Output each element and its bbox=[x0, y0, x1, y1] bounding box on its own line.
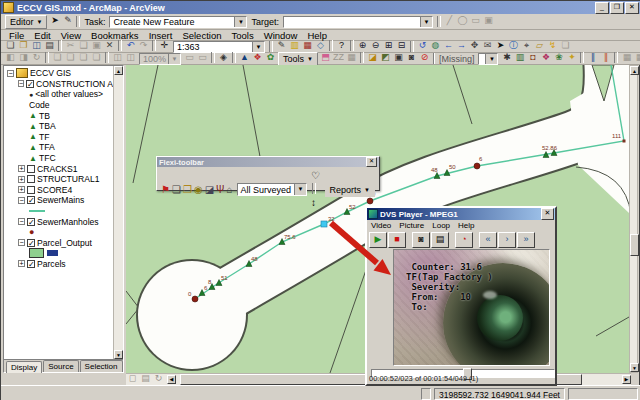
manhole-tool-icon[interactable]: Ψ bbox=[215, 183, 225, 196]
map-marker-manhole-0[interactable] bbox=[192, 296, 198, 302]
save-icon[interactable]: ◫ bbox=[31, 40, 43, 51]
target-combo[interactable]: ▼ bbox=[283, 16, 433, 28]
layout-icon[interactable]: ❏ bbox=[52, 52, 64, 63]
scroll-left-icon[interactable]: ◀ bbox=[167, 375, 176, 384]
collapse-icon[interactable]: − bbox=[18, 239, 25, 246]
rotate-tool-icon[interactable]: ◯ bbox=[457, 15, 469, 26]
survey-icon[interactable]: ⬒ bbox=[319, 52, 331, 63]
arctoolbox-icon[interactable]: ▦ bbox=[302, 40, 314, 51]
missing-combo[interactable]: ▼ bbox=[478, 53, 498, 65]
table-grid-icon[interactable]: ▦ bbox=[621, 52, 633, 63]
toc-item-structural1[interactable]: +STRUCTURAL1 bbox=[5, 174, 113, 185]
layer-checkbox[interactable]: ✓ bbox=[27, 260, 35, 268]
lock-icon[interactable]: ◈ bbox=[218, 52, 230, 63]
toc-item-eccv-gis[interactable]: −ECCV GIS bbox=[5, 68, 113, 79]
new-map-icon[interactable]: ❏ bbox=[5, 40, 17, 51]
layer-checkbox[interactable]: ✓ bbox=[26, 80, 34, 88]
video2-icon[interactable]: ◙ bbox=[405, 52, 417, 63]
timer-button[interactable]: ◔ bbox=[455, 232, 473, 248]
label-manager-icon[interactable]: ✿ bbox=[265, 52, 277, 63]
edit-arrow-icon[interactable]: ➤ bbox=[49, 15, 61, 26]
swap-icon[interactable]: ❖ bbox=[540, 52, 552, 63]
menu-insert[interactable]: Insert bbox=[144, 30, 178, 41]
layer-checkbox[interactable]: ✓ bbox=[27, 218, 35, 226]
chart-icon[interactable]: ▥ bbox=[514, 52, 526, 63]
layout-icon[interactable]: ❏ bbox=[65, 52, 77, 63]
cloud-icon[interactable]: ♡ bbox=[310, 169, 321, 182]
stop-button[interactable]: ■ bbox=[388, 232, 406, 248]
chart-icon[interactable]: ◪ bbox=[204, 183, 215, 196]
menu-loop[interactable]: Loop bbox=[428, 221, 454, 230]
scrollbar-thumb[interactable] bbox=[630, 234, 639, 256]
camera2-icon[interactable]: ◩ bbox=[379, 52, 391, 63]
data-view-button[interactable]: ◻ bbox=[127, 373, 139, 384]
layer-checkbox[interactable]: ✓ bbox=[27, 239, 35, 247]
capture-frame-button[interactable]: ◙ bbox=[412, 232, 430, 248]
menu-tools[interactable]: Tools bbox=[226, 30, 258, 41]
toc-item[interactable] bbox=[5, 206, 113, 217]
menu-video[interactable]: Video bbox=[367, 221, 395, 230]
new-survey-icon[interactable]: ❏ bbox=[171, 183, 182, 196]
menu-bookmarks[interactable]: Bookmarks bbox=[86, 30, 144, 41]
label-tool-icon[interactable]: ▲ bbox=[239, 52, 251, 63]
target-icon[interactable]: ◉ bbox=[193, 183, 204, 196]
scroll-up-icon[interactable]: ▲ bbox=[630, 66, 639, 75]
scroll-right-icon[interactable]: ▶ bbox=[622, 375, 631, 384]
dvs-title-bar[interactable]: DVS Player - MPEG1 ✕ bbox=[367, 208, 555, 220]
layout-icon[interactable]: ❏ bbox=[78, 52, 90, 63]
no-edit-icon[interactable]: ⊘ bbox=[418, 52, 430, 63]
paste-icon[interactable]: ▣ bbox=[91, 40, 103, 51]
toc-tab-selection[interactable]: Selection bbox=[80, 360, 123, 372]
table-grid-icon[interactable]: ▦ bbox=[634, 52, 640, 63]
sketch-tool-icon[interactable]: ╱ bbox=[444, 15, 456, 26]
redo-icon[interactable]: ↷ bbox=[138, 40, 150, 51]
scroll-down-icon[interactable]: ▼ bbox=[114, 350, 123, 359]
tools-menu-button[interactable]: Tools▼ bbox=[278, 52, 318, 66]
collapse-icon[interactable]: − bbox=[18, 80, 24, 87]
toc-tab-display[interactable]: Display bbox=[6, 361, 42, 373]
previous-extent-icon[interactable]: ← bbox=[443, 40, 455, 51]
info-icon[interactable]: ↕ bbox=[310, 196, 317, 209]
camera-icon[interactable]: ◪ bbox=[366, 52, 378, 63]
person-icon[interactable]: ✱ bbox=[501, 52, 513, 63]
html-popup-icon[interactable]: ❏ bbox=[560, 40, 572, 51]
add-data-icon[interactable]: ✛ bbox=[159, 40, 171, 51]
layer-checkbox[interactable] bbox=[27, 165, 35, 173]
menu-help[interactable]: Help bbox=[454, 221, 478, 230]
select-features-icon[interactable]: ✉ bbox=[482, 40, 494, 51]
flag-icon[interactable]: ⚑ bbox=[160, 183, 171, 196]
open-icon[interactable]: ❐ bbox=[18, 40, 30, 51]
task-combo[interactable]: Create New Feature▼ bbox=[109, 16, 247, 28]
flexi-title-bar[interactable]: Flexi-toolbar ✕ bbox=[157, 157, 379, 167]
zoom-out-icon[interactable]: ⊖ bbox=[370, 40, 382, 51]
toc-item[interactable] bbox=[5, 248, 113, 259]
expand-icon[interactable]: + bbox=[18, 165, 25, 172]
forward-button[interactable]: » bbox=[517, 232, 535, 248]
building-icon[interactable]: ⌂ bbox=[225, 183, 233, 196]
minimize-button[interactable]: _ bbox=[595, 2, 609, 14]
collapse-icon[interactable]: − bbox=[7, 70, 14, 77]
layer-checkbox[interactable]: ✓ bbox=[27, 196, 35, 204]
toc-tab-source[interactable]: Source bbox=[43, 360, 78, 372]
flower-icon[interactable]: ❀ bbox=[553, 52, 565, 63]
expand-icon[interactable]: + bbox=[18, 176, 25, 183]
pan-icon[interactable]: ✥ bbox=[469, 40, 481, 51]
zz-icon[interactable]: ZZ bbox=[332, 52, 344, 63]
toc-item-tfa[interactable]: ▲TFA bbox=[5, 142, 113, 153]
fixed-zoom-out-icon[interactable]: ⊟ bbox=[396, 40, 408, 51]
toc-item-tb[interactable]: ▲TB bbox=[5, 110, 113, 121]
arccatalog-icon[interactable]: ▥ bbox=[289, 40, 301, 51]
map-marker-end-111[interactable] bbox=[623, 140, 626, 143]
layout-icon[interactable]: ❏ bbox=[91, 52, 103, 63]
restore-button[interactable]: ❐ bbox=[610, 2, 624, 14]
close-button[interactable]: ✕ bbox=[625, 2, 639, 14]
attributes-icon[interactable]: ▭ bbox=[470, 15, 482, 26]
menu-edit[interactable]: Edit bbox=[29, 30, 55, 41]
editor-toolbar-icon[interactable]: ✎ bbox=[276, 40, 288, 51]
reports-menu-button[interactable]: Reports▼ bbox=[325, 182, 375, 197]
expand-icon[interactable]: + bbox=[18, 260, 25, 267]
fixed-zoom-in-icon[interactable]: ⊞ bbox=[383, 40, 395, 51]
copy-icon[interactable]: ❑ bbox=[78, 40, 90, 51]
zoom-100-icon[interactable]: ◨ bbox=[18, 52, 30, 63]
open-survey-icon[interactable]: ❐ bbox=[182, 183, 193, 196]
